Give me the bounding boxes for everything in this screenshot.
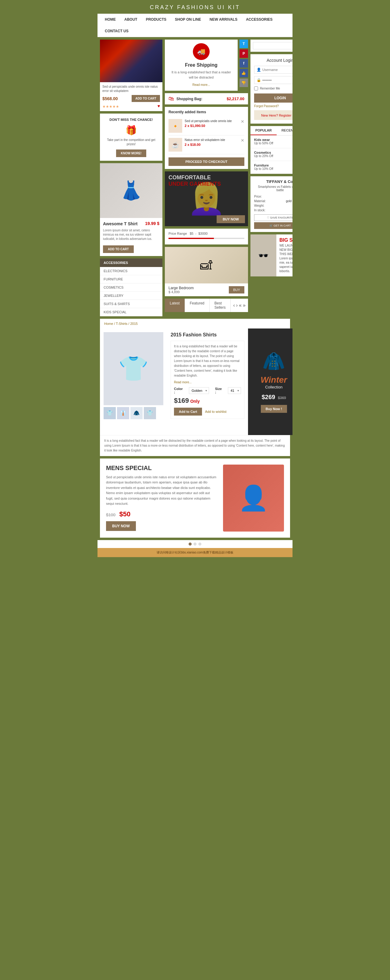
add-to-cart-button-1[interactable]: ADD TO CART (132, 95, 160, 102)
pinterest-button[interactable]: P (240, 49, 248, 58)
big-sale-line2: NEW BIG SALE (280, 248, 292, 252)
get-in-cart-button[interactable]: 🛒 GET IN CART (254, 222, 292, 229)
acc-furniture[interactable]: FURNITURE (100, 275, 162, 283)
cart-item-info-1: Sed ut perspiciatis unde omnis iste 2 x … (185, 119, 238, 127)
prev-arrow[interactable]: ‹ (233, 302, 235, 308)
twitter-button[interactable]: T (240, 40, 248, 48)
mens-description: Sed ut perspiciatis unde omnis iste natu… (106, 475, 217, 507)
acc-cosmetics[interactable]: COSMETICS (100, 283, 162, 292)
breadcrumb: Home / T-Shirts / 2015 (100, 319, 290, 328)
remember-row: Remember Me (254, 86, 292, 91)
breadcrumb-tshirts[interactable]: T-Shirts (116, 322, 127, 325)
price-range-slider[interactable] (168, 238, 245, 239)
size-select[interactable]: 41 42 43 44 (228, 387, 241, 394)
color-select[interactable]: Golden Red Blue (189, 387, 209, 394)
winter-title: Winter (261, 375, 287, 385)
price-range-box: Price Range $5 - $3000 (165, 229, 248, 245)
product-image-1 (100, 40, 162, 82)
login-button[interactable]: LOGIN (254, 94, 292, 103)
mens-buy-now-button[interactable]: BUY NOW (106, 521, 136, 531)
proceed-to-checkout-button[interactable]: PROCEED TO CHECKOUT (168, 158, 245, 166)
acc-suits[interactable]: SUITS & SHIRTS (100, 300, 162, 308)
size-label: Size : (215, 387, 222, 394)
thumb-3[interactable]: 🧥 (130, 407, 142, 419)
next-arrow[interactable]: › (236, 302, 238, 308)
nav-contact[interactable]: CONTACT US (101, 25, 133, 37)
tab-best-sellers[interactable]: Best Sellers (209, 299, 231, 312)
nav-accessories[interactable]: ACCESSORIES (241, 14, 277, 25)
cart-item-price-1: 2 x $1,090.50 (185, 124, 238, 127)
big-sale-image: 🕶️ (251, 234, 277, 277)
winter-buy-now-button[interactable]: Buy Now ! (261, 405, 287, 413)
facebook-button[interactable]: f (240, 59, 248, 68)
cart-item-remove-2[interactable]: ✕ (241, 138, 245, 143)
fashion-model-section: 👱‍♀️ COMFORTABLE UNDER GARMENTS BUY NOW (165, 172, 248, 226)
add-to-cart-button-2[interactable]: ADD TO CART (103, 245, 134, 253)
product-price-1: $568.00 (102, 96, 118, 101)
mens-prices: $100 $50 (106, 510, 217, 518)
deals-box: POPULAR RECENT Kids wear Up to 50% Off U… (251, 126, 292, 174)
big-sale-line3: THIS WEEK (280, 252, 292, 256)
cart-item-image-1: 🔸 (168, 119, 182, 133)
winter-collection: 🧥 Winter Collection $269 $369 Buy Now ! (248, 328, 292, 435)
spec-row-stock: In stock:yes (254, 208, 292, 213)
dot-3[interactable] (198, 542, 201, 546)
spec-row-weight: Weight:12 g. (254, 204, 292, 208)
detail-read-more[interactable]: Read more... (174, 380, 241, 384)
dislike-button[interactable]: 👎 (240, 78, 248, 87)
tab-latest[interactable]: Latest (165, 299, 185, 312)
promo-title: DON'T MISS THE CHANCE! (104, 117, 159, 123)
nav-shop[interactable]: SHOP ON LINE (171, 14, 205, 25)
promo-description: Take part in the competition and get pri… (104, 138, 159, 146)
add-to-cart-detail-button[interactable]: Add to Cart (174, 408, 202, 415)
thumb-2[interactable]: 👔 (117, 407, 129, 419)
like-button[interactable]: 👍 (240, 69, 248, 77)
tshirt-card: 👗 Awesome T Shirt 19.99 $ Lorem ipsum do… (100, 163, 162, 256)
prev2-arrow[interactable]: « (239, 302, 241, 308)
nav-about[interactable]: ABOUT (120, 14, 142, 25)
tiffany-subtitle: Smartphones vs Fablets ultimate battle (254, 185, 292, 192)
winter-old-price: $369 (278, 396, 286, 400)
bedroom-buy-button[interactable]: BUY (229, 286, 245, 293)
mens-model-image: 👤 (223, 465, 284, 531)
shipping-read-more[interactable]: Read more... (193, 83, 210, 86)
next2-arrow[interactable]: » (243, 302, 246, 308)
cart-item-name-1: Sed ut perspiciatis unde omnis iste (185, 119, 238, 123)
fashion-buy-now-button[interactable]: BUY NOW (217, 215, 245, 223)
acc-electronics[interactable]: ELECTRONICS (100, 267, 162, 275)
add-to-wishlist-button[interactable]: Add to wishlist (205, 408, 226, 415)
nav-new-arrivals[interactable]: NEW ARRIVALS (205, 14, 241, 25)
social-icons: T P f 👍 👎 (240, 40, 248, 91)
dots-row (98, 540, 292, 548)
acc-jewellery[interactable]: JEWELLERY (100, 292, 162, 300)
product-detail-section: Home / T-Shirts / 2015 👕 👕 👔 🧥 👕 (100, 319, 290, 456)
remember-checkbox[interactable] (254, 86, 258, 91)
deals-tab-popular[interactable]: POPULAR (251, 126, 277, 135)
bedroom-image: 🛋 (165, 247, 248, 283)
heart-icon-1[interactable]: ♥ (158, 103, 160, 108)
dot-1[interactable] (189, 542, 192, 546)
know-more-button[interactable]: KNOW MORE! (116, 150, 147, 157)
detail-actions: Add to Cart Add to wishlist (174, 408, 241, 415)
acc-kids[interactable]: KIDS SPECIAL (100, 308, 162, 316)
forgot-password-link[interactable]: Forgot Password? (254, 104, 292, 108)
breadcrumb-home[interactable]: Home (104, 322, 113, 325)
mens-special-section: MENS SPECIAL Sed ut perspiciatis unde om… (100, 458, 290, 538)
deal-item-2: Cosmetics Up to 20% Off Up to 15 Days (251, 148, 292, 161)
login-title: Account Login (254, 58, 292, 63)
search-box: SEARCH (251, 40, 292, 52)
dot-2[interactable] (193, 542, 197, 546)
winter-prices: $269 $369 (262, 394, 286, 401)
cart-item-remove-1[interactable]: ✕ (241, 119, 245, 124)
search-input[interactable] (253, 42, 292, 49)
deals-tab-recent[interactable]: RECENT (277, 126, 292, 135)
tab-featured[interactable]: Featured (185, 299, 209, 312)
nav-products[interactable]: PRODUCTS (142, 14, 171, 25)
detail-price: $169 (174, 397, 189, 404)
register-link[interactable]: New Here? Register Now (261, 113, 292, 117)
nav-home[interactable]: HOME (101, 14, 120, 25)
bag-icon: 🛍 (168, 95, 174, 102)
thumb-1[interactable]: 👕 (104, 407, 116, 419)
thumb-4[interactable]: 👕 (144, 407, 156, 419)
save-favourite-button[interactable]: ♡ SAVE FAVOURITE (254, 214, 292, 221)
